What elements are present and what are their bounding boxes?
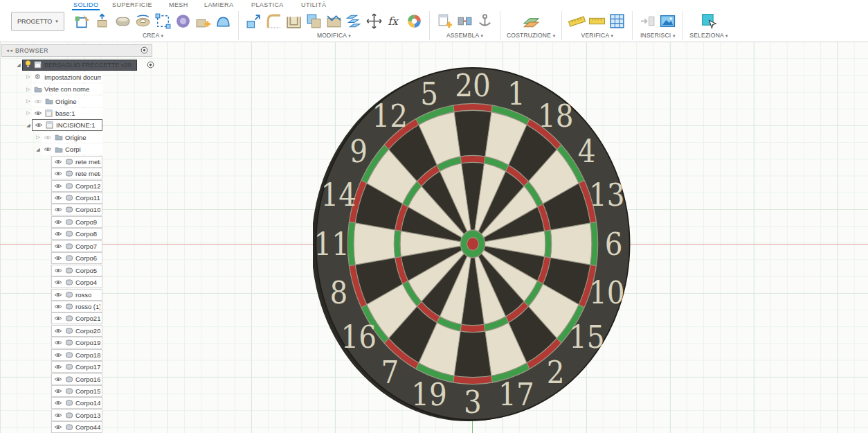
visibility-eye-icon[interactable]: [53, 183, 62, 189]
visibility-eye-icon[interactable]: [53, 303, 62, 310]
section-analysis-icon[interactable]: [608, 12, 626, 30]
tab-plastica[interactable]: PLASTICA: [250, 1, 285, 9]
rigid-group-icon[interactable]: [476, 12, 494, 30]
visibility-eye-icon[interactable]: [53, 206, 62, 213]
visibility-eye-icon[interactable]: [53, 376, 62, 382]
tree-root-row[interactable]: ◢BERSAGLIO FRECCETTE v20: [1, 59, 152, 71]
visibility-eye-icon[interactable]: [53, 352, 62, 358]
tree-row[interactable]: Corpo18: [1, 349, 102, 361]
tree-row[interactable]: Corpo19: [1, 337, 102, 348]
tree-row[interactable]: rosso (1): [1, 301, 102, 312]
tree-row[interactable]: Corpo21: [1, 312, 102, 324]
tree-row[interactable]: Corpo14: [1, 397, 102, 409]
visibility-eye-icon[interactable]: [53, 339, 62, 346]
tree-row[interactable]: Corpo5: [1, 264, 102, 276]
insert-derive-icon[interactable]: [639, 12, 656, 30]
form-icon[interactable]: [174, 12, 192, 30]
tree-row[interactable]: Corpo7: [1, 240, 102, 252]
new-body-icon[interactable]: [195, 12, 212, 30]
tab-superficie[interactable]: SUPERFICIE: [111, 1, 154, 9]
extrude-icon[interactable]: [94, 12, 111, 30]
browser-header[interactable]: ◄◄ BROWSER: [1, 44, 152, 57]
tree-row[interactable]: Corpo15: [1, 385, 102, 397]
visibility-eye-icon[interactable]: [53, 170, 62, 177]
collapsed-arrow-icon[interactable]: ▷: [35, 134, 42, 141]
joint-icon[interactable]: [456, 12, 473, 30]
tree-row[interactable]: Corpo44: [1, 421, 102, 433]
visibility-eye-icon[interactable]: [53, 315, 62, 321]
visibility-eye-icon[interactable]: [53, 243, 62, 249]
construction-plane-icon[interactable]: [523, 12, 540, 30]
expanded-arrow-icon[interactable]: ◢: [25, 122, 32, 129]
visibility-eye-icon[interactable]: [34, 122, 43, 128]
press-pull-icon[interactable]: [245, 12, 262, 30]
change-parameters-icon[interactable]: fx: [386, 12, 403, 30]
visibility-eye-icon[interactable]: [43, 146, 52, 152]
toolbar-group-label[interactable]: COSTRUZIONE ▾: [507, 32, 555, 39]
visibility-eye-icon[interactable]: [53, 195, 62, 201]
tree-row[interactable]: Corpo4: [1, 276, 102, 288]
collapsed-arrow-icon[interactable]: ▷: [25, 98, 32, 105]
toolbar-group-label[interactable]: ASSEMBLA ▾: [446, 32, 483, 39]
bulb-icon[interactable]: [25, 60, 31, 69]
visibility-eye-icon[interactable]: [53, 267, 62, 274]
visibility-eye-icon[interactable]: [33, 98, 42, 105]
dartboard-model[interactable]: 2011841361015217319716811149125: [313, 64, 633, 423]
tab-mesh[interactable]: MESH: [168, 1, 190, 9]
box-primitive-icon[interactable]: [114, 12, 132, 30]
visibility-eye-icon[interactable]: [53, 424, 62, 430]
revolve-icon[interactable]: [134, 12, 152, 30]
visibility-eye-icon[interactable]: [53, 255, 62, 261]
tree-row[interactable]: rete metallica 1: [1, 156, 102, 168]
pattern-icon[interactable]: [154, 12, 172, 30]
web-icon[interactable]: [215, 12, 232, 30]
tree-row[interactable]: ▷Viste con nome: [1, 83, 102, 95]
tree-row[interactable]: ▷Origine: [1, 95, 102, 107]
tree-row[interactable]: ▷⚙Impostazioni documento: [1, 71, 102, 82]
visibility-eye-icon[interactable]: [53, 231, 62, 237]
visibility-eye-icon[interactable]: [53, 219, 62, 225]
project-button[interactable]: PROGETTO ▾: [11, 12, 64, 31]
combine-icon[interactable]: [305, 12, 323, 30]
collapsed-arrow-icon[interactable]: ▷: [25, 86, 32, 93]
collapsed-arrow-icon[interactable]: ▷: [25, 109, 32, 116]
visibility-eye-icon[interactable]: [53, 292, 62, 298]
canvas-icon[interactable]: [659, 12, 676, 30]
tree-row[interactable]: Corpo11: [1, 192, 102, 204]
visibility-eye-icon[interactable]: [53, 159, 62, 165]
visibility-eye-icon[interactable]: [53, 279, 62, 285]
create-sketch-icon[interactable]: [74, 12, 91, 30]
toolbar-group-label[interactable]: MODIFICA ▾: [317, 32, 351, 39]
fillet-icon[interactable]: [265, 12, 282, 30]
tree-row[interactable]: Corpo10: [1, 204, 102, 215]
align-icon[interactable]: [345, 12, 363, 30]
root-document-bar[interactable]: BERSAGLIO FRECCETTE v20: [22, 60, 137, 71]
toolbar-group-label[interactable]: INSERISCI ▾: [640, 32, 676, 39]
expanded-arrow-icon[interactable]: ◢: [35, 146, 42, 153]
tree-row[interactable]: rosso: [1, 288, 102, 300]
visibility-eye-icon[interactable]: [53, 388, 62, 394]
visibility-eye-icon[interactable]: [53, 364, 62, 370]
visibility-eye-icon[interactable]: [53, 412, 62, 418]
shell-icon[interactable]: [285, 12, 302, 30]
visibility-eye-icon[interactable]: [53, 328, 62, 334]
tree-row[interactable]: ▷base:1: [1, 107, 102, 119]
target-icon[interactable]: [147, 61, 154, 69]
visibility-eye-icon[interactable]: [33, 110, 42, 116]
toolbar-group-label[interactable]: SELEZIONA ▾: [689, 32, 727, 39]
collapse-panel-icon[interactable]: ◄◄: [6, 48, 12, 53]
tree-row[interactable]: rete metallica 2: [1, 168, 102, 179]
new-component-icon[interactable]: [436, 12, 453, 30]
tree-row[interactable]: Corpo12: [1, 179, 102, 191]
tab-solido[interactable]: SOLIDO: [72, 1, 100, 10]
tree-row[interactable]: Corpo20: [1, 325, 102, 337]
move-copy-icon[interactable]: [365, 12, 383, 30]
split-body-icon[interactable]: [325, 12, 343, 30]
tree-row[interactable]: Corpo6: [1, 252, 102, 264]
tree-row[interactable]: Corpo16: [1, 373, 102, 385]
tree-row[interactable]: ◢INCISIONE:1: [1, 119, 102, 131]
tree-row[interactable]: Corpo9: [1, 216, 102, 228]
toolbar-group-label[interactable]: CREA ▾: [143, 32, 163, 39]
select-icon[interactable]: [700, 12, 718, 30]
toolbar-group-label[interactable]: VERIFICA ▾: [581, 32, 614, 39]
